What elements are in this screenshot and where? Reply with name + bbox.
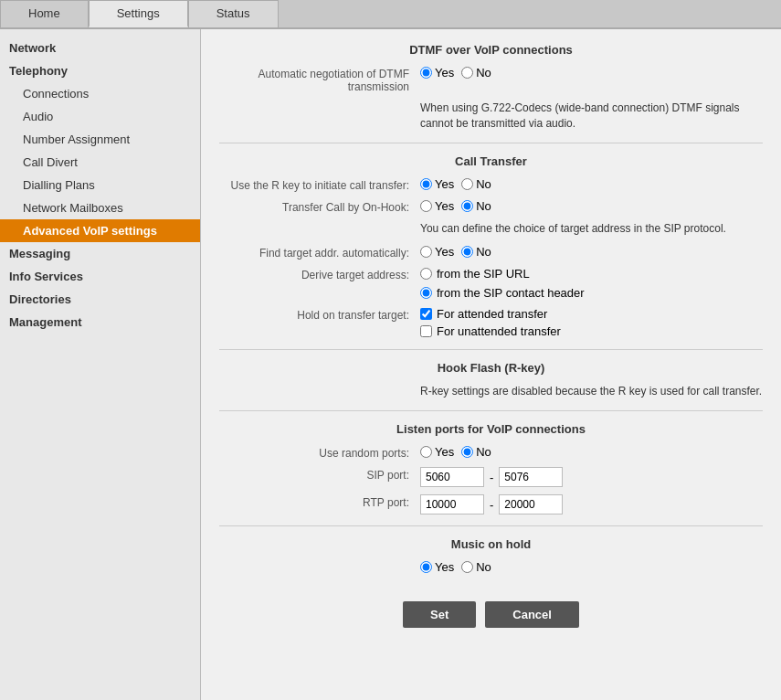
derive-sip-url-radio[interactable] bbox=[420, 268, 432, 280]
listen-ports-section-title: Listen ports for VoIP connections bbox=[396, 422, 586, 436]
find-target-label: Find target addr. automatically: bbox=[219, 245, 420, 260]
on-hook-control: Yes No bbox=[420, 199, 763, 213]
random-ports-yes-text: Yes bbox=[435, 445, 454, 459]
music-on-hold-yes-radio[interactable] bbox=[420, 561, 432, 573]
sidebar: Network Telephony Connections Audio Numb… bbox=[0, 29, 201, 700]
tab-bar: Home Settings Status bbox=[0, 0, 781, 29]
auto-negotiation-control: Yes No bbox=[420, 66, 763, 80]
sidebar-item-advanced-voip[interactable]: Advanced VoIP settings bbox=[0, 219, 200, 242]
music-on-hold-control: Yes No bbox=[420, 560, 763, 574]
random-ports-yes-radio[interactable] bbox=[420, 446, 432, 458]
find-target-no-text: No bbox=[476, 245, 491, 259]
derive-sip-url-label[interactable]: from the SIP URL bbox=[420, 267, 763, 281]
hold-attended-checkbox[interactable] bbox=[420, 308, 432, 320]
on-hook-no-radio[interactable] bbox=[461, 200, 473, 212]
find-target-yes-radio[interactable] bbox=[420, 246, 432, 258]
auto-negotiation-no-radio[interactable] bbox=[461, 67, 473, 79]
sidebar-item-messaging[interactable]: Messaging bbox=[0, 242, 200, 265]
r-key-label: Use the R key to initiate call transfer: bbox=[219, 177, 420, 192]
music-on-hold-row: Yes No bbox=[219, 560, 763, 574]
auto-negotiation-row: Automatic negotiation of DTMF transmissi… bbox=[219, 66, 763, 93]
auto-negotiation-label: Automatic negotiation of DTMF transmissi… bbox=[219, 66, 420, 93]
music-on-hold-no-radio[interactable] bbox=[461, 561, 473, 573]
on-hook-no-text: No bbox=[476, 199, 491, 213]
rtp-port-to-input[interactable] bbox=[499, 494, 563, 514]
button-row: Set Cancel bbox=[219, 592, 763, 628]
sip-port-row: SIP port: - bbox=[219, 467, 763, 487]
random-ports-no-label[interactable]: No bbox=[461, 445, 491, 459]
derive-sip-contact-label[interactable]: from the SIP contact header bbox=[420, 286, 763, 300]
random-ports-control: Yes No bbox=[420, 445, 763, 459]
sidebar-item-dialling-plans[interactable]: Dialling Plans bbox=[0, 174, 200, 196]
tab-home[interactable]: Home bbox=[0, 0, 89, 27]
sidebar-item-number-assignment[interactable]: Number Assignment bbox=[0, 128, 200, 151]
find-target-yes-label[interactable]: Yes bbox=[420, 245, 454, 259]
sidebar-item-audio[interactable]: Audio bbox=[0, 105, 200, 128]
r-key-no-radio[interactable] bbox=[461, 178, 473, 190]
rtp-port-row: RTP port: - bbox=[219, 494, 763, 514]
hold-row: Hold on transfer target: For attended tr… bbox=[219, 307, 763, 338]
sidebar-item-connections[interactable]: Connections bbox=[0, 82, 200, 105]
music-on-hold-no-label[interactable]: No bbox=[461, 560, 491, 574]
hold-unattended-checkbox[interactable] bbox=[420, 325, 432, 337]
on-hook-label: Transfer Call by On-Hook: bbox=[219, 199, 420, 214]
r-key-yes-radio[interactable] bbox=[420, 178, 432, 190]
sidebar-item-telephony[interactable]: Telephony bbox=[0, 59, 200, 82]
auto-negotiation-yes-text: Yes bbox=[435, 66, 454, 80]
derive-sip-contact-text: from the SIP contact header bbox=[437, 286, 585, 300]
rtp-port-from-input[interactable] bbox=[420, 494, 484, 514]
call-transfer-info-text: You can define the choice of target addr… bbox=[420, 221, 763, 237]
on-hook-yes-label[interactable]: Yes bbox=[420, 199, 454, 213]
set-button[interactable]: Set bbox=[403, 601, 476, 628]
derive-sip-url-text: from the SIP URL bbox=[437, 267, 530, 281]
auto-negotiation-no-text: No bbox=[476, 66, 491, 80]
r-key-no-label[interactable]: No bbox=[461, 177, 491, 191]
auto-negotiation-no-label[interactable]: No bbox=[461, 66, 491, 80]
random-ports-no-radio[interactable] bbox=[461, 446, 473, 458]
sidebar-item-network-mailboxes[interactable]: Network Mailboxes bbox=[0, 196, 200, 219]
sidebar-item-directories[interactable]: Directories bbox=[0, 288, 200, 311]
sip-port-control: - bbox=[420, 467, 763, 487]
on-hook-yes-radio[interactable] bbox=[420, 200, 432, 212]
sidebar-item-management[interactable]: Management bbox=[0, 311, 200, 334]
on-hook-yes-text: Yes bbox=[435, 199, 454, 213]
main-layout: Network Telephony Connections Audio Numb… bbox=[0, 29, 781, 700]
derive-label: Derive target address: bbox=[219, 267, 420, 281]
random-ports-no-text: No bbox=[476, 445, 491, 459]
dtmf-info-text: When using G.722-Codecs (wide-band conne… bbox=[420, 101, 763, 132]
hold-unattended-text: For unattended transfer bbox=[437, 324, 561, 338]
cancel-button[interactable]: Cancel bbox=[485, 601, 579, 628]
r-key-row: Use the R key to initiate call transfer:… bbox=[219, 177, 763, 192]
sip-port-from-input[interactable] bbox=[420, 467, 484, 487]
music-on-hold-label bbox=[219, 560, 420, 562]
music-on-hold-section-title: Music on hold bbox=[451, 537, 531, 551]
hold-attended-label[interactable]: For attended transfer bbox=[420, 307, 763, 321]
sip-port-label: SIP port: bbox=[219, 467, 420, 482]
random-ports-row: Use random ports: Yes No bbox=[219, 445, 763, 460]
sidebar-item-network[interactable]: Network bbox=[0, 37, 200, 59]
auto-negotiation-yes-radio[interactable] bbox=[420, 67, 432, 79]
tab-settings[interactable]: Settings bbox=[89, 0, 188, 27]
random-ports-yes-label[interactable]: Yes bbox=[420, 445, 454, 459]
derive-sip-contact-radio[interactable] bbox=[420, 287, 432, 299]
music-on-hold-yes-label[interactable]: Yes bbox=[420, 560, 454, 574]
tab-status[interactable]: Status bbox=[188, 0, 279, 27]
music-on-hold-no-text: No bbox=[476, 560, 491, 574]
hold-unattended-label[interactable]: For unattended transfer bbox=[420, 324, 763, 338]
r-key-yes-label[interactable]: Yes bbox=[420, 177, 454, 191]
find-target-no-label[interactable]: No bbox=[461, 245, 491, 259]
find-target-row: Find target addr. automatically: Yes No bbox=[219, 245, 763, 260]
find-target-no-radio[interactable] bbox=[461, 246, 473, 258]
auto-negotiation-yes-label[interactable]: Yes bbox=[420, 66, 454, 80]
random-ports-label: Use random ports: bbox=[219, 445, 420, 460]
sidebar-item-call-divert[interactable]: Call Divert bbox=[0, 151, 200, 174]
sidebar-item-info-services[interactable]: Info Services bbox=[0, 265, 200, 288]
on-hook-no-label[interactable]: No bbox=[461, 199, 491, 213]
hook-flash-section-title: Hook Flash (R-key) bbox=[438, 361, 545, 375]
sip-port-to-input[interactable] bbox=[499, 467, 563, 487]
dtmf-section-title: DTMF over VoIP connections bbox=[409, 43, 573, 57]
content-area: DTMF over VoIP connections Automatic neg… bbox=[201, 29, 781, 700]
r-key-control: Yes No bbox=[420, 177, 763, 191]
sip-port-dash: - bbox=[490, 471, 493, 484]
hold-label: Hold on transfer target: bbox=[219, 307, 420, 322]
